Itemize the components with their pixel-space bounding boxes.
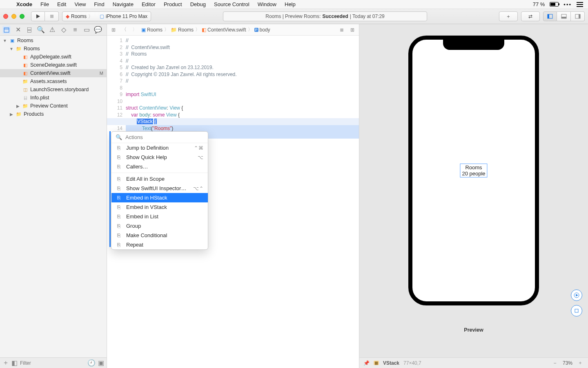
related-items-button[interactable]: ⊞ bbox=[109, 26, 118, 34]
crumb-project[interactable]: ▣Rooms bbox=[141, 27, 163, 33]
action-item[interactable]: ⎘Make Conditional bbox=[111, 231, 208, 240]
tree-row[interactable]: 📁Assets.xcassets bbox=[0, 77, 107, 85]
preview-selection-box[interactable]: Rooms 20 people bbox=[460, 164, 487, 177]
action-item[interactable]: ⎘Repeat bbox=[111, 240, 208, 249]
pin-preview-icon[interactable]: 📌 bbox=[363, 360, 370, 366]
crumb-symbol[interactable]: Pbody bbox=[254, 27, 270, 33]
svg-rect-2 bbox=[577, 6, 583, 7]
action-item[interactable]: ⎘Show SwiftUI Inspector…⌥⌃ bbox=[111, 184, 208, 193]
crumb-file[interactable]: ◧ContentView.swift bbox=[202, 27, 246, 33]
action-item[interactable]: ⎘Callers… bbox=[111, 162, 208, 171]
code-area[interactable]: 123456789101112131415161718192021222324 … bbox=[107, 36, 359, 368]
status-prefix: Rooms | Preview Rooms: bbox=[265, 13, 321, 19]
navigator-filter-input[interactable] bbox=[20, 360, 85, 366]
issue-navigator-tab[interactable]: ⚠ bbox=[48, 26, 56, 34]
zoom-level[interactable]: 73% bbox=[563, 360, 572, 366]
svg-rect-1 bbox=[577, 4, 583, 5]
battery-icon bbox=[550, 2, 559, 7]
tree-row[interactable]: ▶📁Preview Content bbox=[0, 102, 107, 110]
tree-row[interactable]: ▼▣Rooms bbox=[0, 36, 107, 45]
jump-bar: ⊞ 〈 〉 ▣Rooms〉 📁Rooms〉 ◧ContentView.swift… bbox=[107, 24, 359, 36]
zoom-button[interactable] bbox=[20, 14, 24, 19]
library-button[interactable]: ＋ bbox=[499, 11, 518, 21]
zoom-out-button[interactable]: − bbox=[551, 359, 559, 367]
minimize-button[interactable] bbox=[11, 14, 16, 19]
canvas-area[interactable]: Rooms 20 people Preview bbox=[359, 24, 588, 357]
tree-row[interactable]: ◧SceneDelegate.swift bbox=[0, 61, 107, 69]
macos-menubar: Xcode File Edit View Find Navigate Edito… bbox=[0, 0, 588, 9]
navigator-tabs: ✕ ⌸ 🔍 ⚠ ◇ ≡ ▭ 💬 bbox=[0, 24, 107, 36]
notification-center-icon[interactable] bbox=[577, 2, 583, 7]
tree-row[interactable]: ▼📁Rooms bbox=[0, 45, 107, 53]
scm-filter-icon[interactable]: ▣ bbox=[98, 359, 104, 367]
project-navigator-tab[interactable] bbox=[2, 26, 11, 34]
zoom-in-button[interactable]: ＋ bbox=[577, 359, 584, 367]
battery-percent: 77 % bbox=[533, 1, 545, 7]
add-file-button[interactable]: ＋ bbox=[2, 359, 9, 367]
action-item[interactable]: ⎘Show Quick Help⌥ bbox=[111, 153, 208, 162]
menu-help[interactable]: Help bbox=[281, 1, 300, 7]
report-navigator-tab[interactable]: 💬 bbox=[94, 26, 102, 34]
tree-row[interactable]: ◫LaunchScreen.storyboard bbox=[0, 85, 107, 94]
menu-debug[interactable]: Debug bbox=[186, 1, 210, 7]
overflow-icon[interactable]: ••• bbox=[564, 1, 572, 7]
tree-row[interactable]: ◧AppDelegate.swift bbox=[0, 53, 107, 61]
action-item[interactable]: ⎘Jump to Definition⌃⌘ bbox=[111, 143, 208, 153]
run-button[interactable] bbox=[31, 11, 45, 21]
toggle-inspectors-button[interactable] bbox=[571, 11, 585, 21]
live-preview-button[interactable] bbox=[571, 289, 582, 301]
app-menu[interactable]: Xcode bbox=[12, 1, 36, 7]
action-item[interactable]: ⎘Embed in HStack bbox=[111, 193, 208, 202]
status-time: | Today at 07:29 bbox=[350, 13, 385, 19]
recent-filter-icon[interactable]: 🕘 bbox=[87, 359, 96, 367]
scheme-device-label: iPhone 11 Pro Max bbox=[106, 13, 147, 19]
menu-product[interactable]: Product bbox=[160, 1, 186, 7]
project-tree[interactable]: ▼▣Rooms▼📁Rooms◧AppDelegate.swift◧SceneDe… bbox=[0, 36, 107, 357]
debug-navigator-tab[interactable]: ≡ bbox=[71, 26, 79, 34]
actions-search-input[interactable] bbox=[125, 134, 204, 140]
menu-sourcecontrol[interactable]: Source Control bbox=[210, 1, 254, 7]
menu-find[interactable]: Find bbox=[90, 1, 108, 7]
toggle-navigator-button[interactable] bbox=[543, 11, 557, 21]
find-navigator-tab[interactable]: 🔍 bbox=[37, 26, 45, 34]
breakpoint-navigator-tab[interactable]: ▭ bbox=[82, 26, 91, 34]
menu-window[interactable]: Window bbox=[254, 1, 281, 7]
close-button[interactable] bbox=[3, 14, 8, 19]
actions-search-row: 🔍 bbox=[111, 132, 208, 143]
svg-rect-14 bbox=[575, 309, 578, 312]
window-traffic-lights bbox=[3, 14, 24, 19]
test-navigator-tab[interactable]: ◇ bbox=[60, 26, 68, 34]
footer-element-label: VStack bbox=[383, 360, 399, 366]
tree-row[interactable]: ⌸Info.plist bbox=[0, 94, 107, 102]
toggle-debug-button[interactable] bbox=[557, 11, 571, 21]
sourcecontrol-navigator-tab[interactable]: ✕ bbox=[14, 26, 22, 34]
nav-forward-button[interactable]: 〉 bbox=[131, 26, 139, 34]
action-item[interactable]: ⎘Edit All in Scope bbox=[111, 174, 208, 184]
nav-back-button[interactable]: 〈 bbox=[120, 26, 128, 34]
device-bezel: Rooms 20 people bbox=[408, 36, 539, 305]
menu-navigate[interactable]: Navigate bbox=[109, 1, 138, 7]
device-notch bbox=[443, 39, 504, 50]
stop-button[interactable] bbox=[45, 11, 59, 21]
footer-element-size: 77×40,7 bbox=[403, 360, 421, 366]
action-item[interactable]: ⎘Embed in VStack bbox=[111, 202, 208, 212]
editor-options-button[interactable]: ≣ bbox=[338, 26, 346, 34]
inspect-preview-button[interactable] bbox=[571, 305, 582, 316]
code-review-button[interactable]: ⇄ bbox=[521, 11, 540, 21]
scheme-selector[interactable]: ◆Rooms〉 ▢iPhone 11 Pro Max bbox=[62, 11, 151, 21]
menu-edit[interactable]: Edit bbox=[53, 1, 70, 7]
menu-file[interactable]: File bbox=[36, 1, 53, 7]
add-assistant-button[interactable]: ⊞ bbox=[348, 26, 356, 34]
filter-scope-icon[interactable]: ◧ bbox=[11, 359, 18, 367]
symbol-navigator-tab[interactable]: ⌸ bbox=[25, 26, 33, 34]
tree-row[interactable]: ◧ContentView.swiftM bbox=[0, 69, 107, 77]
svg-rect-11 bbox=[4, 28, 9, 32]
menu-view[interactable]: View bbox=[70, 1, 90, 7]
target-app-icon: ◆ bbox=[66, 13, 69, 19]
svg-rect-8 bbox=[561, 17, 566, 18]
menu-editor[interactable]: Editor bbox=[138, 1, 160, 7]
crumb-folder[interactable]: 📁Rooms bbox=[171, 27, 194, 33]
action-item[interactable]: ⎘Embed in List bbox=[111, 212, 208, 221]
tree-row[interactable]: ▶📁Products bbox=[0, 110, 107, 118]
action-item[interactable]: ⎘Group bbox=[111, 221, 208, 231]
